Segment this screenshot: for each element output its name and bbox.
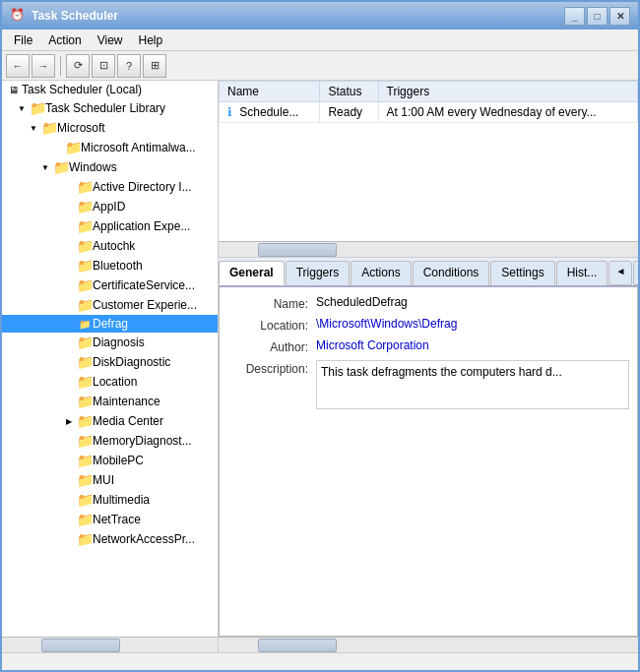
- sidebar-item-bluetooth[interactable]: 📁 Bluetooth: [2, 256, 218, 275]
- maximize-button[interactable]: □: [587, 7, 608, 26]
- sidebar-item-memory-diagnostics[interactable]: 📁 MemoryDiagnost...: [2, 431, 218, 451]
- tree-label-bluetooth: Bluetooth: [93, 259, 143, 273]
- folder-icon: 📁: [77, 531, 93, 547]
- folder-icon: 📁: [77, 319, 93, 330]
- col-status: Status: [320, 82, 378, 102]
- folder-icon: 📁: [77, 394, 93, 409]
- sidebar-item-diagnosis[interactable]: 📁 Diagnosis: [2, 333, 218, 352]
- task-scheduler-window: ⏰ Task Scheduler _ □ ✕ File Action View …: [0, 0, 640, 672]
- table-row[interactable]: ℹ Schedule... Ready At 1:00 AM every Wed…: [220, 102, 638, 123]
- tree-label-nettrace: NetTrace: [93, 513, 141, 526]
- sidebar-item-appid[interactable]: 📁 AppID: [2, 197, 218, 216]
- tab-triggers[interactable]: Triggers: [286, 261, 351, 285]
- tree-label-microsoft: Microsoft: [57, 121, 105, 135]
- top-hscroll-thumb[interactable]: [258, 243, 337, 257]
- bottom-hscrollbar[interactable]: [219, 637, 638, 652]
- left-hscroll-thumb[interactable]: [41, 639, 120, 652]
- tab-general[interactable]: General: [219, 261, 285, 285]
- sidebar-item-media-center[interactable]: ▶ 📁 Media Center: [2, 411, 218, 431]
- top-hscrollbar[interactable]: [219, 241, 638, 257]
- folder-icon: 📁: [77, 512, 93, 527]
- tab-settings[interactable]: Settings: [490, 261, 554, 285]
- tree-label-microsoft-antimalware: Microsoft Antimalwa...: [81, 141, 196, 154]
- sidebar-item-nettrace[interactable]: 📁 NetTrace: [2, 510, 218, 529]
- expand-icon: ▶: [61, 417, 77, 426]
- window-title: Task Scheduler: [32, 9, 118, 23]
- location-label: Location:: [227, 317, 316, 333]
- tree-root[interactable]: 🖥 Task Scheduler (Local): [2, 81, 218, 98]
- left-hscrollbar[interactable]: [2, 637, 218, 652]
- top-pane: Name Status Triggers ℹ Schedule...: [219, 81, 638, 258]
- folder-icon: 📁: [77, 433, 93, 449]
- tab-nav-next[interactable]: ►: [633, 261, 638, 285]
- name-label: Name:: [227, 295, 316, 311]
- tabs-bar: General Triggers Actions Conditions Sett…: [219, 258, 638, 287]
- back-button[interactable]: ←: [6, 54, 30, 78]
- tab-conditions[interactable]: Conditions: [413, 261, 490, 285]
- sidebar-item-application-experience[interactable]: 📁 Application Expe...: [2, 216, 218, 236]
- sidebar-item-task-scheduler-library[interactable]: ▼ 📁 Task Scheduler Library: [2, 98, 218, 118]
- description-label: Description:: [227, 360, 316, 409]
- tree-view: 🖥 Task Scheduler (Local) ▼ 📁 Task Schedu…: [2, 81, 218, 637]
- sidebar-item-windows[interactable]: ▼ 📁 Windows: [2, 157, 218, 177]
- tree-label-active-directory: Active Directory I...: [93, 180, 192, 194]
- cell-status: Ready: [320, 102, 378, 123]
- bottom-hscroll-thumb[interactable]: [258, 639, 337, 652]
- tree-label-defrag: Defrag: [93, 317, 128, 331]
- menu-help[interactable]: Help: [131, 31, 171, 49]
- sidebar-item-microsoft[interactable]: ▼ 📁 Microsoft: [2, 118, 218, 138]
- top-pane-scroll[interactable]: Name Status Triggers ℹ Schedule...: [219, 81, 638, 241]
- status-bar: [2, 652, 638, 670]
- sidebar-item-microsoft-antimalware[interactable]: 📁 Microsoft Antimalwa...: [2, 138, 218, 157]
- sidebar-item-location[interactable]: 📁 Location: [2, 372, 218, 392]
- view-button[interactable]: ⊡: [92, 54, 115, 78]
- sidebar-item-autochk[interactable]: 📁 Autochk: [2, 236, 218, 256]
- folder-icon: 📁: [41, 120, 57, 136]
- folder-icon: 📁: [77, 297, 93, 313]
- tab-actions[interactable]: Actions: [351, 261, 411, 285]
- detail-author-row: Author: Microsoft Corporation: [227, 338, 629, 354]
- properties-button[interactable]: ⊞: [143, 54, 166, 78]
- sidebar-item-maintenance[interactable]: 📁 Maintenance: [2, 392, 218, 411]
- minimize-button[interactable]: _: [564, 7, 585, 26]
- sidebar-item-mui[interactable]: 📁 MUI: [2, 470, 218, 490]
- name-value: ScheduledDefrag: [316, 295, 629, 311]
- tree-label-appid: AppID: [93, 200, 125, 214]
- sidebar-item-mobilepc[interactable]: 📁 MobilePC: [2, 451, 218, 470]
- menu-file[interactable]: File: [6, 31, 40, 49]
- folder-icon: 📁: [77, 374, 93, 390]
- menu-action[interactable]: Action: [40, 31, 89, 49]
- sidebar-item-active-directory[interactable]: 📁 Active Directory I...: [2, 177, 218, 197]
- sidebar-item-multimedia[interactable]: 📁 Multimedia: [2, 490, 218, 510]
- sidebar-item-diskdiagnostic[interactable]: 📁 DiskDiagnostic: [2, 352, 218, 372]
- tab-nav-prev[interactable]: ◄: [608, 261, 632, 285]
- window-icon: ⏰: [10, 8, 26, 24]
- left-panel: 🖥 Task Scheduler (Local) ▼ 📁 Task Schedu…: [2, 81, 219, 652]
- author-label: Author:: [227, 338, 316, 354]
- sidebar-item-networkaccesspro[interactable]: 📁 NetworkAccessPr...: [2, 529, 218, 549]
- menu-view[interactable]: View: [90, 31, 131, 49]
- author-value: Microsoft Corporation: [316, 338, 629, 354]
- tree-label-maintenance: Maintenance: [93, 395, 160, 408]
- refresh-button[interactable]: ⟳: [66, 54, 90, 78]
- help-button[interactable]: ?: [117, 54, 141, 78]
- toolbar: ← → ⟳ ⊡ ? ⊞: [2, 51, 638, 81]
- tab-history[interactable]: Hist...: [556, 261, 608, 285]
- folder-icon: 📁: [53, 159, 69, 175]
- cell-triggers: At 1:00 AM every Wednesday of every...: [378, 102, 637, 123]
- forward-button[interactable]: →: [32, 54, 55, 78]
- right-panel: Name Status Triggers ℹ Schedule...: [219, 81, 638, 652]
- folder-icon: 📁: [65, 140, 81, 155]
- tree-label-multimedia: Multimedia: [93, 493, 150, 507]
- folder-icon: 📁: [77, 354, 93, 370]
- expand-icon: ▼: [26, 124, 41, 133]
- sidebar-item-customer-experience[interactable]: 📁 Customer Experie...: [2, 295, 218, 315]
- tree-label-mui: MUI: [93, 473, 114, 487]
- folder-icon: 📁: [77, 492, 93, 508]
- sidebar-item-defrag[interactable]: 📁 Defrag: [2, 315, 218, 333]
- computer-icon: 🖥: [6, 85, 22, 95]
- close-button[interactable]: ✕: [609, 7, 630, 26]
- sidebar-item-certificate-services[interactable]: 📁 CertificateService...: [2, 275, 218, 295]
- tree-label-task-scheduler-library: Task Scheduler Library: [45, 101, 165, 115]
- folder-icon: 📁: [77, 258, 93, 274]
